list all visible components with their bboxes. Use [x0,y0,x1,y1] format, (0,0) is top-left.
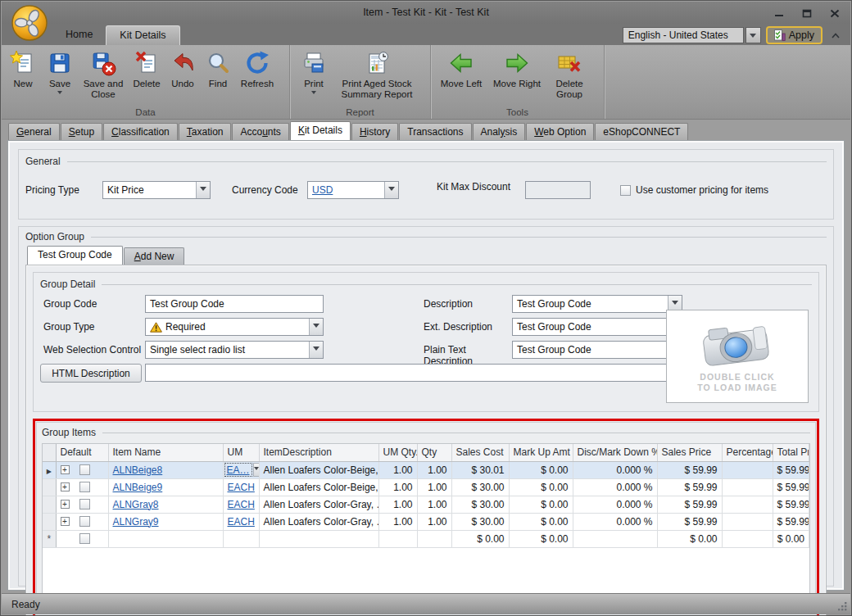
minimize-icon [774,9,784,17]
tab-eshopconnect[interactable]: eShopCONNECT [595,123,688,140]
tab-accounts[interactable]: Accounts [232,123,288,140]
chevron-down-icon[interactable] [196,182,210,198]
col-default[interactable]: Default [56,444,108,461]
find-button[interactable]: Find [200,48,236,92]
plain-text-description-combo[interactable]: Test Group Code [512,341,682,359]
tab-setup[interactable]: Setup [61,123,102,140]
col-um-qty[interactable]: UM Qty. [378,444,417,461]
tab-taxation[interactable]: Taxation [179,123,232,140]
chevron-down-icon[interactable] [384,182,398,198]
row-expander[interactable]: + [61,482,70,491]
um-link[interactable]: EACH [228,499,255,510]
group-type-combo[interactable]: Required [145,318,324,336]
chevron-down-icon[interactable] [309,319,323,335]
default-checkbox[interactable] [79,516,90,527]
description-label: Description [424,298,514,310]
col-disc-mark-down[interactable]: Disc/Mark Down % [573,444,657,461]
default-checkbox[interactable] [79,482,90,492]
ext-description-label: Ext. Description [424,321,514,333]
item-description-cell[interactable]: Allen Loafers Color-Beige,… [259,478,378,496]
tab-web-option[interactable]: Web Option [526,123,594,140]
tab-transactions[interactable]: Transactions [399,123,471,140]
undo-icon [170,50,196,76]
group-image-placeholder[interactable]: DOUBLE CLICK TO LOAD IMAGE [666,310,809,403]
html-description-button[interactable]: HTML Description [40,364,142,383]
currency-code-combo[interactable]: USD [307,181,399,199]
item-name-link[interactable]: ALNGray9 [113,516,159,528]
language-value[interactable]: English - United States [623,27,744,43]
tab-add-new[interactable]: Add New [124,247,185,265]
tab-general[interactable]: General [8,123,60,140]
col-sales-price[interactable]: Sales Price [657,444,722,461]
apply-button[interactable]: Apply [766,26,823,44]
col-percentage[interactable]: Percentage [722,444,773,461]
default-checkbox[interactable] [79,499,90,510]
tab-test-group-code[interactable]: Test Group Code [27,246,123,265]
col-mark-up-amt[interactable]: Mark Up Amt [509,444,573,461]
move-right-button[interactable]: Move Right [488,48,546,92]
row-expander[interactable]: + [61,465,70,474]
default-checkbox[interactable] [79,464,90,475]
ext-description-combo[interactable]: Test Group Code [512,318,682,336]
ribbon-tab-home[interactable]: Home [52,25,106,45]
delete-button[interactable]: Delete [128,48,165,92]
table-row[interactable]: + ALNGray8 EACH Allen Loafers Color-Gray… [43,496,809,513]
save-and-close-button[interactable]: Save and Close [79,48,128,102]
use-customer-pricing-checkbox[interactable] [620,185,631,196]
table-row[interactable]: ▶ + ALNBeige8 EA… Allen Loafers Color-Be… [43,461,809,478]
undo-button[interactable]: Undo [165,48,200,92]
group-code-input[interactable]: Test Group Code [145,295,324,313]
language-dropdown-button[interactable] [746,27,761,43]
um-link[interactable]: EACH [228,516,255,528]
resize-grip-icon[interactable] [837,601,848,612]
table-row[interactable]: + ALNBeige9 EACH Allen Loafers Color-Bei… [43,478,809,496]
row-expander[interactable]: + [61,517,70,526]
tab-classification[interactable]: Classification [103,123,178,140]
titlebar: Item - Test Kit - Kit - Test Kit [2,2,850,24]
col-item-description[interactable]: ItemDescription [259,444,378,461]
print-aged-stock-report-button[interactable]: Print Aged Stock Summary Report [334,48,419,102]
kit-max-discount-input[interactable] [525,181,591,199]
col-item-name[interactable]: Item Name [108,444,223,461]
html-description-combo[interactable] [145,364,682,382]
item-name-link[interactable]: ALNGray8 [113,499,159,510]
um-link[interactable]: EA… [227,464,250,476]
collapse-ribbon-button[interactable] [827,27,844,43]
restore-button[interactable] [800,7,814,19]
web-selection-control-combo[interactable]: Single select radio list [145,341,324,359]
item-name-link[interactable]: ALNBeige9 [113,482,163,493]
tab-kit-details[interactable]: Kit Details [290,121,351,140]
col-total-price[interactable]: Total Price [773,444,809,461]
col-qty[interactable]: Qty [417,444,451,461]
row-expander[interactable]: + [61,500,70,509]
chevron-down-icon[interactable] [309,342,323,358]
col-um[interactable]: UM [223,444,259,461]
item-description-cell[interactable]: Allen Loafers Color-Beige,… [259,461,378,478]
new-button[interactable]: New [5,48,41,92]
ribbon-tab-kit-details[interactable]: Kit Details [106,25,179,45]
print-dropdown-icon [311,91,316,97]
um-dropdown-button[interactable] [253,463,259,477]
col-sales-cost[interactable]: Sales Cost [451,444,509,461]
table-row[interactable]: + ALNGray9 EACH Allen Loafers Color-Gray… [43,513,809,530]
close-button[interactable] [827,7,842,19]
print-button[interactable]: Print [293,48,334,99]
save-button[interactable]: Save [41,48,79,99]
um-link[interactable]: EACH [228,482,255,493]
item-name-link[interactable]: ALNBeige8 [113,464,163,476]
default-checkbox[interactable] [79,533,90,544]
item-description-cell[interactable]: Allen Loafers Color-Gray, … [259,513,378,530]
new-row[interactable]: * $ 0.00 $ 0.00 [43,530,809,547]
minimize-button[interactable] [772,7,786,19]
tab-history[interactable]: History [351,123,398,140]
language-combo[interactable]: English - United States [623,27,761,43]
app-logo-icon [11,4,48,42]
refresh-button[interactable]: Refresh [236,48,279,92]
ribbon-tabs: Home Kit Details [52,25,180,45]
delete-group-button[interactable]: Delete Group [546,48,593,102]
pricing-type-combo[interactable]: Kit Price [102,181,211,199]
item-description-cell[interactable]: Allen Loafers Color-Gray, … [259,496,378,513]
move-left-button[interactable]: Move Left [434,48,488,92]
description-combo[interactable]: Test Group Code [512,295,682,313]
tab-analysis[interactable]: Analysis [473,123,526,140]
